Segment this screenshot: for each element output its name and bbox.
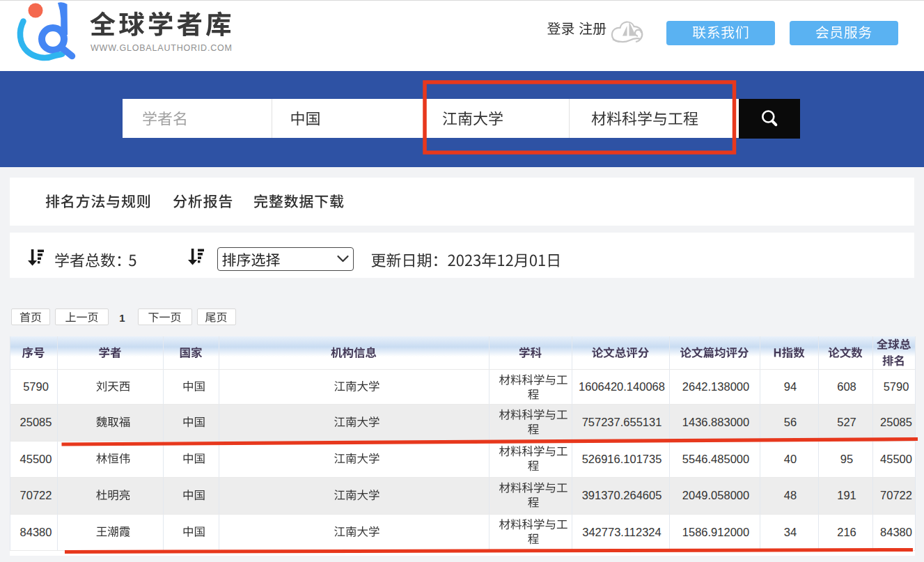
svg-text:45500: 45500 bbox=[880, 453, 912, 465]
svg-text:25085: 25085 bbox=[880, 416, 912, 428]
svg-text:WWW.GLOBALAUTHORID.COM: WWW.GLOBALAUTHORID.COM bbox=[91, 43, 232, 53]
svg-text:2049.058000: 2049.058000 bbox=[682, 489, 749, 501]
svg-text:1606420.140068: 1606420.140068 bbox=[579, 380, 665, 393]
svg-text:70722: 70722 bbox=[880, 489, 912, 501]
svg-text:25085: 25085 bbox=[20, 416, 52, 428]
svg-text:526916.101735: 526916.101735 bbox=[582, 453, 662, 465]
svg-text:5790: 5790 bbox=[23, 380, 49, 393]
svg-text:216: 216 bbox=[837, 526, 856, 538]
svg-text:40: 40 bbox=[784, 453, 797, 465]
svg-text:608: 608 bbox=[837, 380, 856, 393]
svg-text:84380: 84380 bbox=[20, 526, 52, 538]
svg-text:1436.883000: 1436.883000 bbox=[682, 416, 749, 428]
svg-text:527: 527 bbox=[837, 416, 856, 428]
svg-text:342773.112324: 342773.112324 bbox=[582, 526, 661, 538]
svg-text:70722: 70722 bbox=[20, 489, 52, 501]
svg-text:191: 191 bbox=[837, 489, 856, 501]
svg-text:391370.264605: 391370.264605 bbox=[582, 489, 662, 501]
svg-text:757237.655131: 757237.655131 bbox=[582, 416, 662, 428]
svg-text:56: 56 bbox=[784, 416, 797, 428]
svg-text:1586.912000: 1586.912000 bbox=[682, 526, 749, 538]
svg-text:95: 95 bbox=[840, 453, 853, 465]
svg-text:34: 34 bbox=[784, 526, 797, 538]
svg-text:2642.138000: 2642.138000 bbox=[682, 380, 749, 393]
svg-text:84380: 84380 bbox=[880, 526, 912, 538]
svg-text:45500: 45500 bbox=[20, 453, 52, 465]
svg-text:1: 1 bbox=[119, 312, 125, 324]
svg-text:48: 48 bbox=[784, 489, 797, 501]
svg-text:94: 94 bbox=[784, 380, 797, 393]
svg-text:5790: 5790 bbox=[884, 380, 909, 393]
svg-text:5546.485000: 5546.485000 bbox=[682, 453, 749, 465]
